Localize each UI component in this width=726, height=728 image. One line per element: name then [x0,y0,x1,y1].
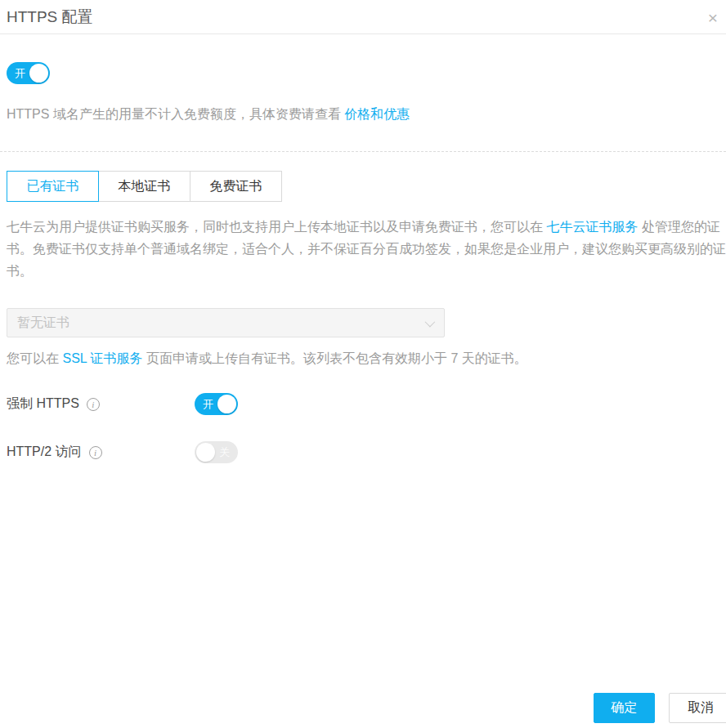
http2-label: HTTP/2 访问 [7,444,82,461]
qiniu-cert-service-link[interactable]: 七牛云证书服务 [546,220,638,234]
usage-note-text: HTTPS 域名产生的用量不计入免费额度，具体资费请查看 [7,107,344,121]
http2-toggle[interactable]: 关 [195,441,238,463]
ssl-note: 您可以在 SSL 证书服务 页面申请或上传自有证书。该列表不包含有效期小于 7 … [7,351,726,368]
http2-row: HTTP/2 访问 i 关 [7,441,726,463]
dialog-title: HTTPS 配置 [7,8,93,25]
pricing-link[interactable]: 价格和优惠 [344,107,410,121]
http2-label-wrap: HTTP/2 访问 i [7,444,195,461]
info-icon[interactable]: i [89,446,102,459]
force-https-row: 强制 HTTPS i 开 [7,393,726,415]
certificate-select[interactable]: 暂无证书 [7,308,445,337]
confirm-button[interactable]: 确定 [594,693,655,723]
certificate-tabs: 已有证书 本地证书 免费证书 [7,171,726,202]
force-https-label: 强制 HTTPS [7,395,79,413]
toggle-on-label: 开 [15,66,25,81]
dialog-footer: 确定 取消 [594,693,726,723]
ssl-note-part1: 您可以在 [7,351,62,365]
info-icon[interactable]: i [87,398,100,411]
toggle-knob [217,395,236,413]
toggle-knob [29,64,48,83]
close-icon[interactable]: × [703,8,723,28]
usage-note: HTTPS 域名产生的用量不计入免费额度，具体资费请查看 价格和优惠 [7,106,726,123]
dashed-divider [0,151,726,152]
ssl-note-part2: 页面申请或上传自有证书。该列表不包含有效期小于 7 天的证书。 [143,351,527,365]
certificate-select-value: 暂无证书 [17,315,69,329]
ssl-cert-service-link[interactable]: SSL 证书服务 [62,351,142,365]
https-master-toggle[interactable]: 开 [7,62,50,84]
toggle-on-label: 开 [203,397,213,412]
tab-local-cert[interactable]: 本地证书 [98,171,190,202]
certificate-description: 七牛云为用户提供证书购买服务，同时也支持用户上传本地证书以及申请免费证书，您可以… [7,216,726,282]
chevron-down-icon [425,317,436,328]
tab-existing-cert[interactable]: 已有证书 [7,171,99,202]
cancel-button[interactable]: 取消 [669,693,726,723]
toggle-off-label: 关 [219,445,230,460]
tab-free-cert[interactable]: 免费证书 [190,171,282,202]
dialog-header: HTTPS 配置 × [0,0,726,34]
toggle-knob [196,443,215,462]
dialog-body: 开 HTTPS 域名产生的用量不计入免费额度，具体资费请查看 价格和优惠 已有证… [0,34,726,463]
force-https-toggle[interactable]: 开 [195,393,238,415]
force-https-label-wrap: 强制 HTTPS i [7,395,195,413]
cert-desc-part1: 七牛云为用户提供证书购买服务，同时也支持用户上传本地证书以及申请免费证书，您可以… [7,220,546,234]
